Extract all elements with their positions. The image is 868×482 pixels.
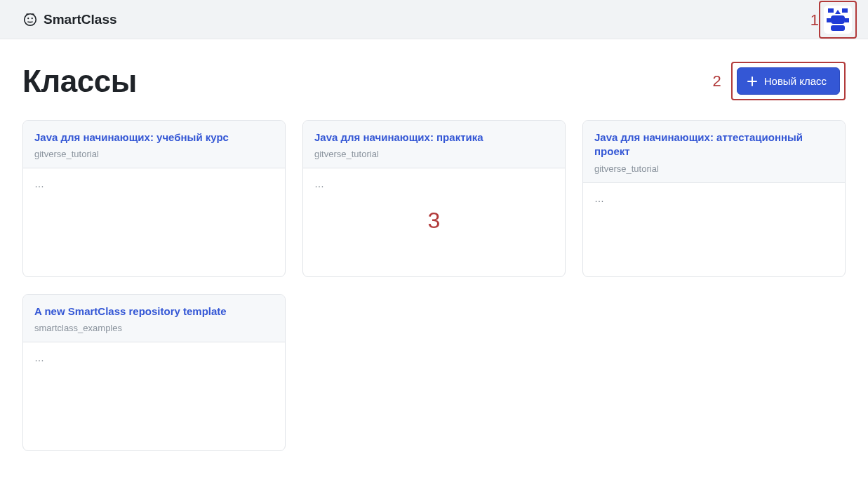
svg-rect-4 (828, 8, 834, 13)
card-owner: gitverse_tutorial (594, 163, 834, 174)
brand-logo-icon (22, 12, 38, 27)
card-owner: smartclass_examples (34, 323, 274, 333)
page-header: Классы 2 Новый класс (22, 62, 846, 100)
content: Классы 2 Новый класс Java для начина (0, 39, 868, 468)
card-desc: … (34, 178, 44, 189)
svg-point-1 (27, 18, 29, 19)
annotation-2: 2 (712, 72, 721, 91)
annotation-1: 1 (810, 11, 819, 29)
card-header: Java для начинающих: учебный курс gitver… (23, 121, 285, 168)
page-title: Классы (22, 64, 137, 99)
card-title: Java для начинающих: учебный курс (34, 130, 274, 145)
new-class-label: Новый класс (764, 75, 827, 87)
class-card[interactable]: Java для начинающих: учебный курс gitver… (22, 120, 286, 277)
card-title: Java для начинающих: аттестационный прое… (594, 130, 834, 159)
svg-rect-8 (827, 18, 831, 22)
svg-rect-10 (831, 25, 845, 31)
plus-icon (747, 76, 757, 86)
user-avatar[interactable] (824, 6, 852, 34)
brand[interactable]: SmartClass (22, 12, 117, 27)
card-desc: … (34, 352, 44, 363)
class-card[interactable]: Java для начинающих: практика gitverse_t… (302, 120, 566, 277)
svg-point-2 (32, 18, 33, 19)
card-title: A new SmartClass repository template (34, 304, 274, 319)
avatar-highlight-box (819, 1, 857, 39)
card-body: … (23, 342, 285, 450)
annotation-3: 3 (428, 208, 441, 234)
card-header: Java для начинающих: аттестационный прое… (583, 121, 845, 183)
class-card[interactable]: Java для начинающих: аттестационный прое… (582, 120, 846, 277)
new-class-button[interactable]: Новый класс (737, 67, 840, 95)
card-header: Java для начинающих: практика gitverse_t… (303, 121, 565, 168)
class-card[interactable]: A new SmartClass repository template sma… (22, 294, 286, 451)
brand-name: SmartClass (44, 12, 117, 27)
card-desc: … (314, 178, 324, 189)
card-owner: gitverse_tutorial (34, 149, 274, 159)
card-header: A new SmartClass repository template sma… (23, 295, 285, 342)
new-class-highlight-box: Новый класс (731, 62, 846, 100)
svg-rect-9 (845, 18, 849, 22)
card-owner: gitverse_tutorial (314, 149, 554, 159)
card-desc: … (594, 193, 604, 204)
svg-rect-7 (831, 15, 845, 24)
svg-rect-5 (842, 8, 848, 13)
svg-point-0 (25, 13, 36, 25)
card-body: … 3 (303, 168, 565, 276)
topbar: SmartClass 1 (0, 0, 868, 39)
card-body: … (583, 183, 845, 277)
class-grid: Java для начинающих: учебный курс gitver… (22, 120, 846, 451)
card-body: … (23, 168, 285, 276)
card-title: Java для начинающих: практика (314, 130, 554, 145)
